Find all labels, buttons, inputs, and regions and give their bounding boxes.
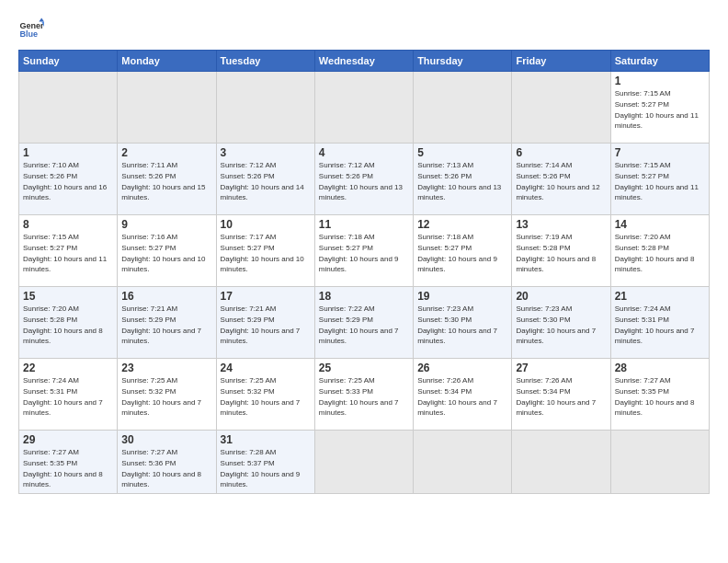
- calendar-cell: 15 Sunrise: 7:20 AMSunset: 5:28 PMDaylig…: [19, 287, 118, 359]
- logo: General Blue: [18, 17, 46, 42]
- calendar-week-2: 8 Sunrise: 7:15 AMSunset: 5:27 PMDayligh…: [19, 215, 710, 287]
- day-info: Sunrise: 7:10 AMSunset: 5:26 PMDaylight:…: [23, 161, 107, 201]
- day-info: Sunrise: 7:19 AMSunset: 5:28 PMDaylight:…: [516, 233, 596, 273]
- day-number: 6: [516, 146, 606, 159]
- calendar-cell: 1 Sunrise: 7:10 AMSunset: 5:26 PMDayligh…: [19, 144, 118, 215]
- calendar-cell: 23 Sunrise: 7:25 AMSunset: 5:32 PMDaylig…: [118, 359, 216, 431]
- calendar-cell: [118, 72, 216, 144]
- day-info: Sunrise: 7:24 AMSunset: 5:31 PMDaylight:…: [23, 376, 103, 417]
- day-number: 3: [221, 146, 311, 159]
- day-number: 17: [221, 290, 311, 303]
- day-number: 24: [221, 362, 311, 374]
- day-info: Sunrise: 7:27 AMSunset: 5:35 PMDaylight:…: [615, 376, 695, 417]
- day-number: 26: [417, 362, 507, 374]
- calendar-cell: 24 Sunrise: 7:25 AMSunset: 5:32 PMDaylig…: [216, 359, 314, 431]
- calendar-table: SundayMondayTuesdayWednesdayThursdayFrid…: [18, 50, 710, 494]
- day-info: Sunrise: 7:27 AMSunset: 5:36 PMDaylight:…: [121, 448, 201, 488]
- day-number: 9: [121, 218, 211, 231]
- day-info: Sunrise: 7:22 AMSunset: 5:29 PMDaylight:…: [319, 304, 399, 345]
- calendar-cell: 9 Sunrise: 7:16 AMSunset: 5:27 PMDayligh…: [118, 215, 216, 287]
- day-info: Sunrise: 7:12 AMSunset: 5:26 PMDaylight:…: [221, 161, 304, 201]
- day-info: Sunrise: 7:26 AMSunset: 5:34 PMDaylight:…: [516, 376, 596, 417]
- calendar-cell: 14 Sunrise: 7:20 AMSunset: 5:28 PMDaylig…: [610, 215, 709, 287]
- calendar-week-0: 1 Sunrise: 7:15 AMSunset: 5:27 PMDayligh…: [19, 72, 710, 144]
- day-number: 18: [319, 290, 409, 303]
- day-number: 13: [516, 218, 606, 231]
- calendar-header-row: SundayMondayTuesdayWednesdayThursdayFrid…: [19, 51, 710, 72]
- day-info: Sunrise: 7:16 AMSunset: 5:27 PMDaylight:…: [121, 233, 205, 273]
- svg-marker-2: [39, 17, 44, 21]
- calendar-week-3: 15 Sunrise: 7:20 AMSunset: 5:28 PMDaylig…: [19, 287, 710, 359]
- day-info: Sunrise: 7:11 AMSunset: 5:26 PMDaylight:…: [121, 161, 205, 201]
- day-info: Sunrise: 7:18 AMSunset: 5:27 PMDaylight:…: [319, 233, 399, 273]
- day-number: 10: [221, 218, 311, 231]
- day-number: 23: [121, 362, 211, 374]
- day-number: 2: [121, 146, 211, 159]
- calendar-cell: [19, 72, 118, 144]
- day-number: 30: [121, 433, 211, 446]
- day-info: Sunrise: 7:12 AMSunset: 5:26 PMDaylight:…: [319, 161, 403, 201]
- day-header-saturday: Saturday: [610, 51, 709, 72]
- day-info: Sunrise: 7:25 AMSunset: 5:33 PMDaylight:…: [319, 376, 399, 417]
- day-number: 12: [417, 218, 507, 231]
- calendar-cell: 27 Sunrise: 7:26 AMSunset: 5:34 PMDaylig…: [512, 359, 610, 431]
- day-info: Sunrise: 7:17 AMSunset: 5:27 PMDaylight:…: [221, 233, 304, 273]
- day-info: Sunrise: 7:25 AMSunset: 5:32 PMDaylight:…: [121, 376, 201, 417]
- day-number: 4: [319, 146, 409, 159]
- day-header-wednesday: Wednesday: [314, 51, 413, 72]
- calendar-cell: 10 Sunrise: 7:17 AMSunset: 5:27 PMDaylig…: [216, 215, 314, 287]
- day-info: Sunrise: 7:15 AMSunset: 5:27 PMDaylight:…: [23, 233, 107, 273]
- calendar-cell: [610, 431, 709, 494]
- calendar-cell: 20 Sunrise: 7:23 AMSunset: 5:30 PMDaylig…: [512, 287, 610, 359]
- calendar-cell: 25 Sunrise: 7:25 AMSunset: 5:33 PMDaylig…: [314, 359, 413, 431]
- svg-text:Blue: Blue: [19, 29, 38, 39]
- day-info: Sunrise: 7:24 AMSunset: 5:31 PMDaylight:…: [615, 304, 695, 345]
- day-number: 20: [516, 290, 606, 303]
- calendar-week-4: 22 Sunrise: 7:24 AMSunset: 5:31 PMDaylig…: [19, 359, 710, 431]
- day-number: 28: [615, 362, 705, 374]
- calendar-cell: 28 Sunrise: 7:27 AMSunset: 5:35 PMDaylig…: [610, 359, 709, 431]
- calendar-week-1: 1 Sunrise: 7:10 AMSunset: 5:26 PMDayligh…: [19, 144, 710, 215]
- day-info: Sunrise: 7:20 AMSunset: 5:28 PMDaylight:…: [23, 304, 103, 345]
- day-number: 29: [23, 433, 113, 446]
- day-info: Sunrise: 7:27 AMSunset: 5:35 PMDaylight:…: [23, 448, 103, 488]
- calendar-cell: [216, 72, 314, 144]
- day-info: Sunrise: 7:21 AMSunset: 5:29 PMDaylight:…: [221, 304, 301, 345]
- day-info: Sunrise: 7:15 AMSunset: 5:27 PMDaylight:…: [615, 161, 699, 201]
- calendar-body: 1 Sunrise: 7:15 AMSunset: 5:27 PMDayligh…: [19, 72, 710, 494]
- day-info: Sunrise: 7:25 AMSunset: 5:32 PMDaylight:…: [221, 376, 301, 417]
- day-number: 1: [23, 146, 113, 159]
- day-number: 27: [516, 362, 606, 374]
- calendar-cell: 12 Sunrise: 7:18 AMSunset: 5:27 PMDaylig…: [414, 215, 512, 287]
- day-header-thursday: Thursday: [414, 51, 512, 72]
- day-number: 22: [23, 362, 113, 374]
- day-info: Sunrise: 7:13 AMSunset: 5:26 PMDaylight:…: [417, 161, 501, 201]
- day-info: Sunrise: 7:23 AMSunset: 5:30 PMDaylight:…: [516, 304, 596, 345]
- day-header-tuesday: Tuesday: [216, 51, 314, 72]
- calendar-cell: 17 Sunrise: 7:21 AMSunset: 5:29 PMDaylig…: [216, 287, 314, 359]
- calendar-cell: [512, 431, 610, 494]
- calendar-cell: [314, 72, 413, 144]
- header: General Blue: [18, 17, 710, 42]
- calendar-cell: 11 Sunrise: 7:18 AMSunset: 5:27 PMDaylig…: [314, 215, 413, 287]
- calendar-cell: 22 Sunrise: 7:24 AMSunset: 5:31 PMDaylig…: [19, 359, 118, 431]
- page: General Blue SundayMondayTuesdayWednesda…: [0, 0, 728, 563]
- calendar-cell: [414, 72, 512, 144]
- day-number: 16: [121, 290, 211, 303]
- calendar-cell: 7 Sunrise: 7:15 AMSunset: 5:27 PMDayligh…: [610, 144, 709, 215]
- calendar-week-5: 29 Sunrise: 7:27 AMSunset: 5:35 PMDaylig…: [19, 431, 710, 494]
- day-header-sunday: Sunday: [19, 51, 118, 72]
- calendar-cell: 31 Sunrise: 7:28 AMSunset: 5:37 PMDaylig…: [216, 431, 314, 494]
- svg-text:General: General: [19, 21, 44, 30]
- day-number: 14: [615, 218, 705, 231]
- day-info: Sunrise: 7:21 AMSunset: 5:29 PMDaylight:…: [121, 304, 201, 345]
- calendar-cell: [512, 72, 610, 144]
- day-header-monday: Monday: [118, 51, 216, 72]
- day-number: 5: [417, 146, 507, 159]
- calendar-cell: 19 Sunrise: 7:23 AMSunset: 5:30 PMDaylig…: [414, 287, 512, 359]
- calendar-cell: 2 Sunrise: 7:11 AMSunset: 5:26 PMDayligh…: [118, 144, 216, 215]
- calendar-cell: 21 Sunrise: 7:24 AMSunset: 5:31 PMDaylig…: [610, 287, 709, 359]
- calendar-cell: 8 Sunrise: 7:15 AMSunset: 5:27 PMDayligh…: [19, 215, 118, 287]
- calendar-cell: 6 Sunrise: 7:14 AMSunset: 5:26 PMDayligh…: [512, 144, 610, 215]
- day-number: 31: [221, 433, 311, 446]
